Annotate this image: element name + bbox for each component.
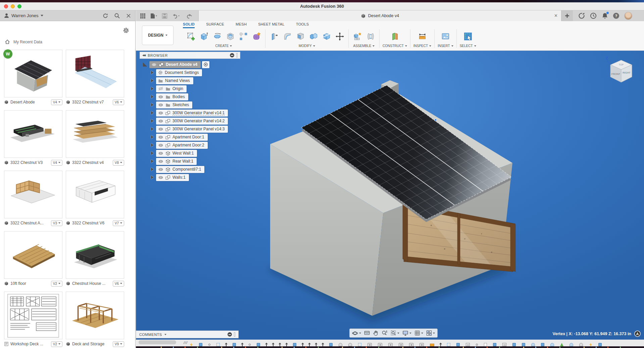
version-dropdown[interactable]: V6 — [113, 281, 124, 287]
save-icon[interactable] — [162, 13, 167, 19]
project-thumbnail[interactable] — [66, 50, 124, 97]
close-window-button[interactable] — [4, 4, 8, 8]
eye-hidden-icon[interactable] — [158, 87, 163, 91]
timeline-feature-icon[interactable] — [190, 343, 193, 346]
tree-row[interactable]: Walls:1 — [140, 173, 240, 181]
move-copy-icon[interactable] — [334, 30, 345, 43]
new-tab-button[interactable] — [561, 10, 573, 21]
timeline-feature-icon[interactable] — [409, 343, 413, 346]
version-dropdown[interactable]: V7 — [113, 220, 124, 226]
timeline-feature-icon[interactable] — [560, 343, 563, 346]
timeline-group-marker[interactable]: /// — [184, 341, 188, 345]
expand-triangle-icon[interactable] — [151, 127, 154, 131]
project-card[interactable]: 3322 Chestnut V3V4 — [4, 110, 62, 166]
expand-triangle-icon[interactable] — [151, 143, 154, 147]
chevron-down-icon[interactable] — [41, 15, 43, 16]
search-icon[interactable] — [114, 13, 120, 19]
expand-triangle-icon[interactable] — [151, 168, 154, 171]
gear-icon[interactable] — [123, 27, 129, 34]
extensions-icon[interactable] — [578, 12, 585, 19]
tab-mesh[interactable]: MESH — [236, 22, 247, 27]
orbit-icon[interactable] — [352, 330, 361, 336]
notifications-bell-icon[interactable] — [602, 12, 608, 19]
project-thumbnail[interactable] — [4, 171, 62, 218]
viewport-3d[interactable]: ◀◀ BROWSER Desert Abode v4 Docume — [136, 51, 644, 340]
timeline-feature-icon[interactable] — [598, 343, 602, 346]
visibility-eye-icon[interactable] — [158, 135, 163, 139]
timeline-feature-icon[interactable] — [233, 343, 236, 346]
visibility-eye-icon[interactable] — [158, 160, 163, 163]
version-dropdown[interactable]: V9 — [113, 341, 124, 347]
version-dropdown[interactable]: V4 — [51, 99, 62, 105]
construction-plane-icon[interactable] — [389, 30, 400, 43]
fillet-icon[interactable] — [282, 30, 293, 43]
tab-solid[interactable]: SOLID — [183, 22, 195, 28]
group-label[interactable]: ASSEMBLE — [353, 44, 371, 48]
project-thumbnail[interactable] — [4, 110, 62, 158]
version-dropdown[interactable]: V4 — [51, 160, 62, 166]
timeline-scrollbar[interactable] — [139, 340, 176, 344]
shell-icon[interactable] — [295, 30, 306, 43]
visibility-eye-icon[interactable] — [158, 143, 163, 147]
expand-triangle-icon[interactable] — [151, 151, 154, 155]
timeline-feature-icon[interactable] — [293, 343, 296, 346]
visibility-eye-icon[interactable] — [158, 95, 163, 99]
tree-row-root[interactable]: Desert Abode v4 — [140, 60, 240, 69]
group-label[interactable]: SELECT — [460, 44, 473, 48]
expand-triangle-icon[interactable] — [151, 95, 154, 98]
recent-data-row[interactable]: My Recent Data — [5, 39, 42, 44]
job-status-clock-icon[interactable] — [590, 12, 597, 19]
combine-icon[interactable] — [308, 30, 319, 43]
timeline-feature-icon[interactable] — [216, 343, 220, 346]
expand-triangle-icon[interactable] — [151, 176, 154, 179]
project-thumbnail[interactable] — [66, 231, 124, 279]
version-dropdown[interactable]: V8 — [113, 160, 124, 166]
group-label[interactable]: MODIFY — [299, 44, 312, 48]
project-thumbnail[interactable] — [4, 292, 62, 339]
expand-triangle-icon[interactable] — [143, 62, 147, 67]
new-component-icon[interactable] — [352, 30, 363, 43]
timeline-feature-icon[interactable] — [367, 343, 372, 346]
tree-row[interactable]: West Wall:1 — [140, 149, 240, 157]
timeline-feature-icon[interactable] — [378, 343, 382, 346]
look-at-icon[interactable] — [364, 331, 370, 336]
autodesk-badge-icon[interactable]: A — [634, 331, 641, 337]
timeline-feature-icon[interactable] — [493, 343, 496, 346]
tree-row[interactable]: 300W Generator Panel v14:2 — [140, 117, 240, 125]
hole-icon[interactable] — [225, 30, 236, 43]
joint-icon[interactable] — [365, 30, 376, 43]
create-form-icon[interactable] — [251, 30, 262, 43]
tree-row[interactable]: Rear Wall:1 — [140, 157, 240, 165]
timeline-feature-icon[interactable] — [280, 343, 280, 346]
group-label[interactable]: INSERT — [438, 44, 450, 48]
expand-triangle-icon[interactable] — [151, 103, 154, 106]
expand-triangle-icon[interactable] — [151, 79, 154, 82]
group-label[interactable]: CONSTRUCT — [383, 44, 404, 48]
minimize-window-button[interactable] — [11, 4, 15, 8]
activate-radio-icon[interactable] — [202, 61, 209, 68]
user-avatar[interactable] — [624, 12, 632, 20]
redo-icon[interactable] — [184, 13, 192, 19]
timeline-feature-icon[interactable] — [440, 343, 441, 346]
timeline-feature-icon[interactable] — [466, 343, 470, 346]
timeline-feature-icon[interactable] — [388, 343, 393, 346]
timeline-feature-icon[interactable] — [484, 343, 487, 346]
create-sketch-icon[interactable] — [185, 30, 197, 43]
timeline-feature-icon[interactable] — [286, 343, 287, 346]
zoom-icon[interactable] — [382, 330, 388, 336]
tree-row[interactable]: Apartment Door:1 — [140, 133, 240, 141]
project-card[interactable]: 3322 Chestnut A...V3 — [4, 171, 62, 226]
select-icon[interactable] — [462, 30, 474, 43]
measure-icon[interactable] — [416, 30, 428, 43]
pan-icon[interactable] — [373, 330, 379, 336]
visibility-eye-icon[interactable] — [158, 119, 163, 123]
grid-settings-icon[interactable] — [414, 330, 423, 336]
timeline-feature-icon[interactable] — [502, 343, 506, 346]
timeline-feature-icon[interactable] — [339, 343, 342, 346]
visibility-eye-icon[interactable] — [158, 151, 163, 155]
project-card[interactable]: Deck and StorageV9 — [66, 292, 124, 347]
close-panel-icon[interactable] — [126, 13, 131, 18]
tree-row[interactable]: Named Views — [140, 77, 240, 85]
project-thumbnail[interactable] — [66, 171, 124, 218]
project-card[interactable]: 3322 Chestnut v7V6 — [66, 50, 124, 105]
